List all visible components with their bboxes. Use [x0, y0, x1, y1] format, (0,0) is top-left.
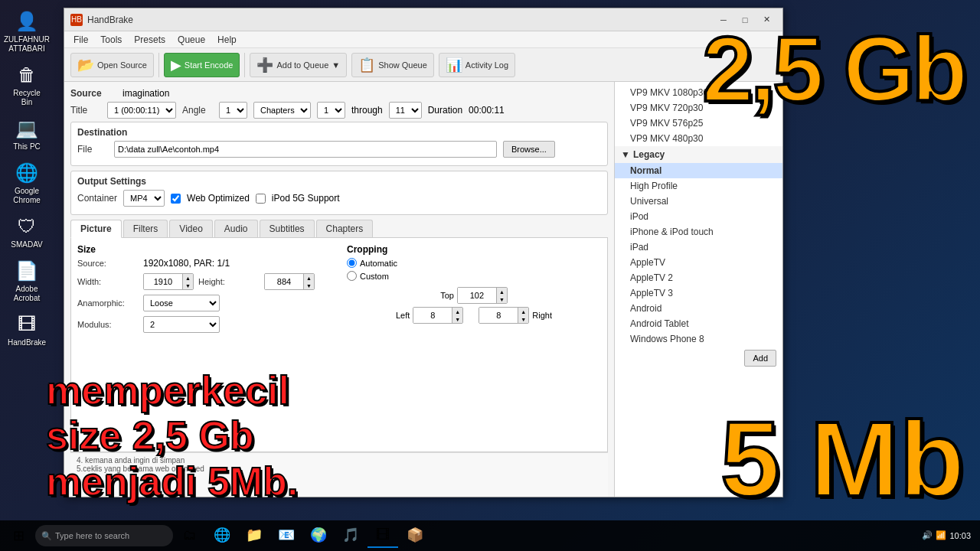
top-down[interactable]: ▼	[496, 295, 507, 303]
minimize-button[interactable]: ─	[714, 11, 733, 28]
container-select[interactable]: MP4 MKV	[123, 190, 165, 207]
browse-button[interactable]: Browse...	[503, 141, 555, 158]
open-source-button[interactable]: 📂 Open Source	[70, 53, 154, 77]
right-label: Right	[532, 311, 552, 320]
desktop-icon-user[interactable]: 👤 ZULFAHNUR ATTABARI	[6, 6, 47, 57]
legacy-group-header[interactable]: ▼ Legacy	[615, 146, 782, 163]
android-tablet-preset[interactable]: Android Tablet	[615, 316, 782, 331]
top-crop-input[interactable]	[458, 288, 496, 303]
anamorphic-row: Anamorphic: Loose Strict None	[77, 295, 332, 311]
right-up[interactable]: ▲	[518, 308, 528, 315]
taskbar-app-explorer[interactable]: 🗂	[175, 523, 205, 548]
right-crop-input[interactable]	[479, 308, 518, 323]
custom-radio[interactable]	[347, 271, 357, 281]
iphone-preset[interactable]: iPhone & iPod touch	[615, 224, 782, 240]
desktop-icon-acrobat[interactable]: 📄 Adobe Acrobat	[6, 256, 47, 306]
tab-video[interactable]: Video	[169, 220, 212, 237]
presets-panel: VP9 MKV 1080p30 VP9 MKV 720p30 VP9 MKV 5…	[614, 82, 782, 497]
desktop-icon-thispc[interactable]: 💻 This PC	[6, 113, 47, 155]
chapter-end-select[interactable]: 11	[389, 102, 422, 119]
appletv3-preset[interactable]: AppleTV 3	[615, 285, 782, 301]
desktop-icon-chrome[interactable]: 🌐 Google Chrome	[6, 158, 47, 208]
automatic-radio[interactable]	[347, 258, 357, 268]
angle-select[interactable]: 1	[219, 102, 247, 119]
title-select[interactable]: 1 (00:00:11)	[107, 102, 176, 119]
queue-dropdown-icon[interactable]: ▼	[332, 60, 340, 70]
taskbar-app-handbrake-active[interactable]: 🎞	[368, 523, 398, 548]
taskbar-app-mail[interactable]: 📧	[271, 523, 302, 548]
file-path-input[interactable]	[114, 141, 497, 158]
start-encode-button[interactable]: ▶ Start Encode	[164, 53, 240, 77]
taskbar-app-store[interactable]: 📦	[400, 523, 430, 548]
appletv2-preset[interactable]: AppleTV 2	[615, 270, 782, 285]
smadav-label: SMADAV	[11, 240, 43, 249]
vp9-480-item[interactable]: VP9 MKV 480p30	[615, 131, 782, 146]
left-crop-input[interactable]	[413, 308, 452, 323]
left-down[interactable]: ▼	[452, 315, 462, 323]
chapters-type-select[interactable]: Chapters	[253, 102, 311, 119]
tab-audio[interactable]: Audio	[214, 220, 258, 237]
ipod-support-checkbox[interactable]	[256, 194, 266, 204]
ipad-preset[interactable]: iPad	[615, 240, 782, 255]
menu-tools[interactable]: Tools	[94, 33, 128, 47]
vp9-576-item[interactable]: VP9 MKV 576p25	[615, 116, 782, 131]
web-optimized-label: Web Optimized	[187, 193, 250, 204]
taskbar-apps: 🗂 🌐 📁 📧 🌍 🎵 🎞 📦	[175, 523, 920, 548]
tab-filters[interactable]: Filters	[123, 220, 168, 237]
tab-picture[interactable]: Picture	[70, 220, 122, 238]
height-up[interactable]: ▲	[303, 274, 314, 282]
file-label: File	[77, 144, 108, 155]
taskbar-app-edge[interactable]: 🌐	[207, 523, 237, 548]
height-input[interactable]	[265, 274, 303, 289]
menu-help[interactable]: Help	[211, 33, 243, 47]
modulus-select[interactable]: 2 4 8 16	[143, 316, 220, 333]
chapter-start-select[interactable]: 1	[317, 102, 345, 119]
picture-left-col: Size Source: 1920x1080, PAR: 1/1 Width:	[77, 244, 332, 337]
high-profile-preset[interactable]: High Profile	[615, 178, 782, 194]
height-down[interactable]: ▼	[303, 282, 314, 289]
vp9-720-item[interactable]: VP9 MKV 720p30	[615, 100, 782, 116]
container-label: Container	[77, 193, 117, 204]
width-down[interactable]: ▼	[182, 282, 193, 289]
maximize-button[interactable]: □	[735, 11, 755, 28]
add-to-queue-button[interactable]: ➕ Add to Queue ▼	[250, 53, 347, 77]
show-queue-button[interactable]: 📋 Show Queue	[351, 53, 434, 77]
android-preset[interactable]: Android	[615, 301, 782, 316]
taskbar-search[interactable]: 🔍 Type here to search	[35, 525, 173, 546]
anamorphic-select[interactable]: Loose Strict None	[143, 295, 220, 311]
vp9-1080-item[interactable]: VP9 MKV 1080p30	[615, 85, 782, 100]
desktop-icon-handbrake[interactable]: 🎞 HandBrake	[6, 309, 47, 350]
taskbar-app-media[interactable]: 🎵	[335, 523, 366, 548]
top-up[interactable]: ▲	[496, 288, 507, 295]
modulus-row: Modulus: 2 4 8 16	[77, 316, 332, 333]
height-input-wrap: ▲ ▼	[264, 273, 315, 290]
activity-log-button[interactable]: 📊 Activity Log	[439, 53, 515, 77]
desktop-icon-recycle[interactable]: 🗑 Recycle Bin	[6, 60, 47, 110]
volume-icon[interactable]: 🔊	[922, 530, 933, 540]
menu-presets[interactable]: Presets	[128, 33, 172, 47]
close-button[interactable]: ✕	[756, 11, 776, 28]
normal-preset[interactable]: Normal	[615, 163, 782, 178]
desktop-icon-smadav[interactable]: 🛡 SMADAV	[6, 211, 47, 253]
activity-log-label: Activity Log	[466, 60, 508, 70]
network-icon[interactable]: 📶	[936, 530, 946, 540]
start-button[interactable]: ⊞	[3, 523, 34, 548]
add-preset-button[interactable]: Add	[744, 350, 776, 367]
top-input-wrap: ▲ ▼	[457, 287, 508, 304]
tab-chapters[interactable]: Chapters	[316, 220, 374, 237]
menu-file[interactable]: File	[67, 33, 94, 47]
tab-subtitles[interactable]: Subtitles	[260, 220, 315, 237]
taskbar-app-files[interactable]: 📁	[239, 523, 270, 548]
left-up[interactable]: ▲	[452, 308, 462, 315]
ipod-preset[interactable]: iPod	[615, 209, 782, 224]
right-down[interactable]: ▼	[518, 315, 528, 323]
appletv-preset[interactable]: AppleTV	[615, 255, 782, 270]
width-up[interactable]: ▲	[182, 274, 193, 282]
taskbar-app-browser[interactable]: 🌍	[303, 523, 334, 548]
width-input-wrap: ▲ ▼	[143, 273, 194, 290]
web-optimized-checkbox[interactable]	[171, 194, 181, 204]
windows-phone-preset[interactable]: Windows Phone 8	[615, 331, 782, 347]
universal-preset[interactable]: Universal	[615, 194, 782, 209]
width-input[interactable]	[144, 274, 182, 289]
menu-queue[interactable]: Queue	[172, 33, 211, 47]
